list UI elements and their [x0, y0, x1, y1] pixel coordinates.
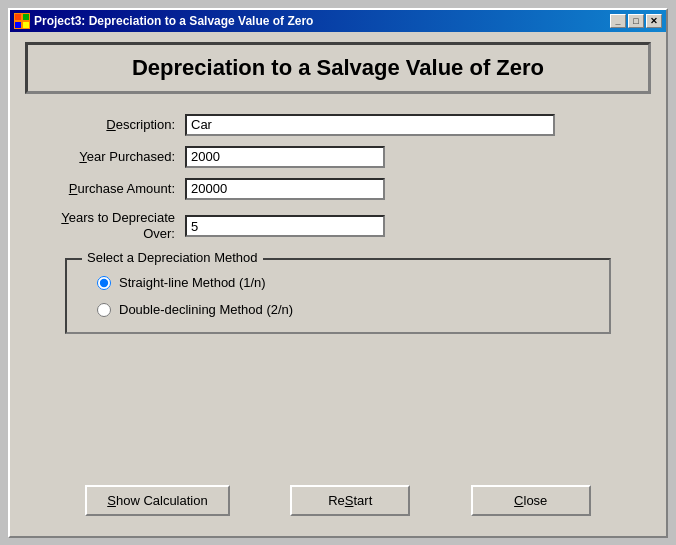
title-buttons: _ □ ✕: [610, 14, 662, 28]
purchase-amount-input[interactable]: [185, 178, 385, 200]
title-text: Project3: Depreciation to a Salvage Valu…: [34, 14, 313, 28]
title-bar-left: Project3: Depreciation to a Salvage Valu…: [14, 13, 313, 29]
title-bar: Project3: Depreciation to a Salvage Valu…: [10, 10, 666, 32]
maximize-button[interactable]: □: [628, 14, 644, 28]
years-depreciate-line2: Over:: [143, 226, 175, 243]
year-purchased-row: Year Purchased:: [45, 146, 631, 168]
radio-straight-line-label: Straight-line Method (1/n): [119, 275, 266, 290]
svg-rect-1: [23, 14, 29, 20]
years-depreciate-label: Years to Depreciate Over:: [45, 210, 185, 244]
description-input[interactable]: [185, 114, 555, 136]
window-icon: [14, 13, 30, 29]
purchase-label-rest: urchase Amount:: [77, 181, 175, 196]
show-calc-rest: how Calculation: [116, 493, 208, 508]
content-area: Depreciation to a Salvage Value of Zero …: [10, 32, 666, 536]
close-button[interactable]: ✕: [646, 14, 662, 28]
groupbox-legend: Select a Depreciation Method: [82, 250, 263, 265]
radio-double-declining-label: Double-declining Method (2/n): [119, 302, 293, 317]
description-label-underline: D: [106, 117, 115, 132]
radio-straight-line[interactable]: [97, 276, 111, 290]
radio-straight-line-row: Straight-line Method (1/n): [97, 275, 589, 290]
form-area: Description: Year Purchased: Purchase Am…: [25, 114, 651, 244]
description-label: Description:: [45, 117, 185, 132]
svg-rect-2: [15, 22, 21, 28]
description-row: Description:: [45, 114, 631, 136]
close-underline: C: [514, 493, 523, 508]
purchase-amount-label: Purchase Amount:: [45, 181, 185, 196]
radio-group: Straight-line Method (1/n) Double-declin…: [87, 275, 589, 317]
show-calculation-button[interactable]: Show Calculation: [85, 485, 229, 516]
description-label-rest: escription:: [116, 117, 175, 132]
restart-prefix: Re: [328, 493, 345, 508]
close-button-main[interactable]: Close: [471, 485, 591, 516]
radio-double-declining[interactable]: [97, 303, 111, 317]
close-rest: lose: [524, 493, 548, 508]
year-purchased-label: Year Purchased:: [45, 149, 185, 164]
show-calc-underline: S: [107, 493, 116, 508]
page-title: Depreciation to a Salvage Value of Zero: [25, 42, 651, 94]
purchase-amount-row: Purchase Amount:: [45, 178, 631, 200]
svg-rect-0: [15, 14, 21, 20]
year-label-rest: ear Purchased:: [87, 149, 175, 164]
years-depreciate-line1: Years to Depreciate: [61, 210, 175, 227]
svg-rect-3: [23, 22, 29, 28]
minimize-button[interactable]: _: [610, 14, 626, 28]
button-row: Show Calculation ReStart Close: [25, 475, 651, 526]
year-purchased-input[interactable]: [185, 146, 385, 168]
radio-double-declining-row: Double-declining Method (2/n): [97, 302, 589, 317]
years-depreciate-row: Years to Depreciate Over:: [45, 210, 631, 244]
main-window: Project3: Depreciation to a Salvage Valu…: [8, 8, 668, 538]
year-label-underline: Y: [79, 149, 86, 164]
depreciation-method-groupbox: Select a Depreciation Method Straight-li…: [65, 258, 611, 334]
restart-button[interactable]: ReStart: [290, 485, 410, 516]
restart-suffix: tart: [353, 493, 372, 508]
years-depreciate-input[interactable]: [185, 215, 385, 237]
